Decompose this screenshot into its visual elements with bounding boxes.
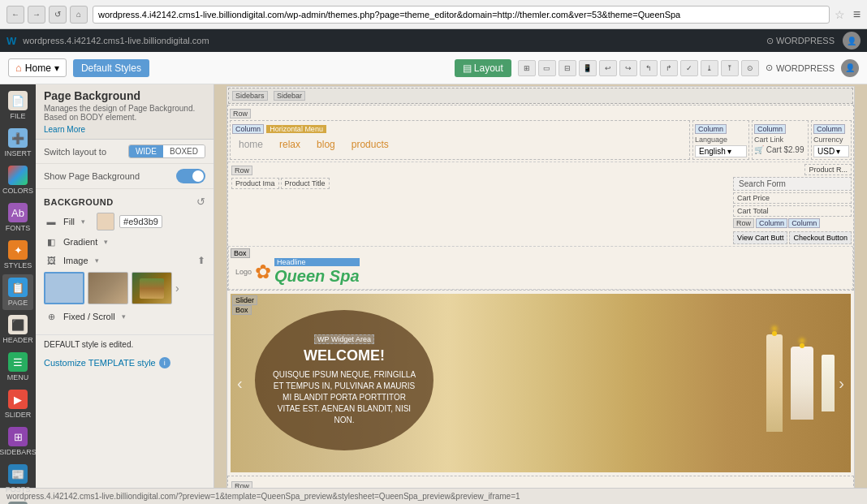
url-bar[interactable] xyxy=(93,6,830,24)
bookmark-icon[interactable]: ☆ xyxy=(835,8,845,21)
sidebar-item-menu[interactable]: ☰ MENU xyxy=(2,349,33,385)
services-section: Row Column WP Widget Area hot stones Col… xyxy=(227,476,854,488)
color-swatch[interactable] xyxy=(97,213,114,230)
layout-button[interactable]: ▤ Layout xyxy=(455,59,511,77)
menu-icon: ☰ xyxy=(8,352,28,372)
sidebar-item-sidebars[interactable]: ⊞ SIDEBARS xyxy=(2,424,33,459)
preview-blue[interactable] xyxy=(44,272,84,304)
layout-icon-6[interactable]: ↪ xyxy=(619,60,637,76)
col-product-right[interactable]: Product R... xyxy=(804,164,852,175)
currency-select[interactable]: USD ▾ xyxy=(813,145,849,157)
sidebar-item-insert[interactable]: ➕ INSERT xyxy=(2,125,33,161)
gradient-label[interactable]: Gradient xyxy=(63,237,97,247)
wp-site-name: wordpress.4.i42142.cms1-live.billiondigi… xyxy=(23,36,209,45)
language-select[interactable]: English ▾ xyxy=(695,145,747,157)
horiz-menu-column[interactable]: Column Horizontal Menu home relax blog p… xyxy=(230,120,690,160)
layout-icons-group: ⊞ ▭ ⊟ 📱 ↩ ↪ ↰ ↱ ✓ ⤓ ⤒ ⊙ xyxy=(518,60,759,76)
default-edited-text: DEFAULT style is edited. xyxy=(36,334,214,354)
cart-total-box[interactable]: Cart Total xyxy=(733,205,852,217)
slider-next-button[interactable]: › xyxy=(839,374,844,393)
column-tag-cart: Column xyxy=(754,124,786,134)
preview-brown[interactable] xyxy=(88,272,128,304)
layout-icon-12[interactable]: ⊙ xyxy=(741,60,759,76)
layout-icon-8[interactable]: ↱ xyxy=(660,60,678,76)
row-tag-nav: Row xyxy=(230,109,251,118)
user-avatar-header[interactable]: 👤 xyxy=(841,59,859,77)
headline-tag: Headline Queen Spa xyxy=(274,258,359,286)
sidebar-item-page-label: PAGE xyxy=(8,299,28,307)
layout-icon-4[interactable]: 📱 xyxy=(579,60,597,76)
sidebar-item-fonts-label: FONTS xyxy=(6,224,31,232)
learn-more-link[interactable]: Learn More xyxy=(44,125,205,134)
sidebar-item-file-label: FILE xyxy=(10,112,25,120)
cart-button[interactable]: 🛒 Cart $2.99 xyxy=(754,145,806,154)
slider-prev-button[interactable]: ‹ xyxy=(237,374,243,393)
checkout-button[interactable]: Checkout Button xyxy=(789,231,852,244)
back-button[interactable]: ← xyxy=(6,6,24,24)
sidebar-item-styles[interactable]: ✦ STYLES xyxy=(2,237,33,273)
currency-dropdown-icon: ▾ xyxy=(836,147,840,156)
sidebar-item-file[interactable]: 📄 FILE xyxy=(2,88,33,123)
layout-icon-1[interactable]: ⊞ xyxy=(518,60,536,76)
sidebar-item-page[interactable]: 📋 PAGE xyxy=(2,274,33,310)
fill-label[interactable]: Fill xyxy=(63,217,75,226)
image-upload-icon[interactable]: ⬆ xyxy=(197,255,205,266)
refresh-button[interactable]: ↺ xyxy=(49,6,67,24)
view-cart-button[interactable]: View Cart Butt xyxy=(733,231,787,244)
chevron-right-icon[interactable]: › xyxy=(175,272,179,304)
layout-icon-10[interactable]: ⤓ xyxy=(701,60,718,76)
search-form-box[interactable]: Search Form xyxy=(733,177,852,191)
sidebar-item-header[interactable]: ⬛ HEADER xyxy=(2,312,33,347)
fixed-scroll-label[interactable]: Fixed / Scroll xyxy=(63,312,115,321)
horiz-menu-tag: Horizontal Menu xyxy=(266,125,326,133)
layout-icon-3[interactable]: ⊟ xyxy=(559,60,576,76)
layout-icon-2[interactable]: ▭ xyxy=(538,60,556,76)
dropdown-chevron-icon: ▾ xyxy=(54,62,59,74)
nav-products[interactable]: products xyxy=(352,139,389,150)
browser-bar: ← → ↺ ⌂ ☆ ≡ xyxy=(0,0,867,29)
col-product-img[interactable]: Product Ima xyxy=(231,178,279,189)
currency-column[interactable]: Column Currency USD ▾ xyxy=(811,120,852,160)
layout-icon-5[interactable]: ↩ xyxy=(599,60,617,76)
hero-slider: Slider WP Widget Area WELCOME! xyxy=(231,294,851,472)
browser-menu-icon[interactable]: ≡ xyxy=(853,7,861,22)
sidebar-item-colors[interactable]: COLORS xyxy=(2,162,33,198)
layout-icon-11[interactable]: ⤒ xyxy=(721,60,739,76)
user-avatar[interactable]: 👤 xyxy=(843,32,861,50)
nav-blog[interactable]: blog xyxy=(317,139,335,150)
nav-relax[interactable]: relax xyxy=(279,139,300,150)
nav-home[interactable]: home xyxy=(239,139,263,150)
home-browser-button[interactable]: ⌂ xyxy=(70,6,88,24)
currency-label: Currency xyxy=(813,136,849,144)
cart-link-label: Cart Link xyxy=(754,136,806,144)
language-column[interactable]: Column Language English ▾ xyxy=(692,120,749,160)
cart-price-box[interactable]: Cart Price xyxy=(733,192,852,204)
cart-link-column[interactable]: Column Cart Link 🛒 Cart $2.99 xyxy=(752,120,809,160)
color-hex-value[interactable]: #e9d3b9 xyxy=(119,215,162,228)
wordpress-admin-button[interactable]: ⊙ WORDPRESS xyxy=(766,62,835,73)
show-bg-toggle[interactable] xyxy=(176,169,205,183)
preview-photo[interactable] xyxy=(132,272,172,304)
home-dropdown[interactable]: ⌂ Home ▾ xyxy=(8,58,67,77)
cart-row-tag: Row xyxy=(231,166,252,175)
customize-template-link[interactable]: Customize TEMPLATE style i xyxy=(36,354,214,372)
sidebar-item-slider[interactable]: ▶ SLIDER xyxy=(2,386,33,422)
left-sidebar: 📄 FILE ➕ INSERT COLORS Ab FONTS ✦ STYLES… xyxy=(0,84,36,488)
bg-refresh-icon[interactable]: ↺ xyxy=(196,196,205,208)
boxed-button[interactable]: BOXED xyxy=(163,145,205,157)
wide-button[interactable]: WIDE xyxy=(129,145,163,157)
panel-title: Page Background xyxy=(44,89,205,102)
wordpress-label: ⊙ WORDPRESS xyxy=(766,36,835,46)
gradient-arrow-icon: ▾ xyxy=(104,238,108,246)
image-label[interactable]: Image xyxy=(63,256,88,265)
posts-icon: 📰 xyxy=(8,464,28,484)
default-styles-button[interactable]: Default Styles xyxy=(73,59,149,77)
forward-button[interactable]: → xyxy=(28,6,45,24)
layout-icon-9[interactable]: ✓ xyxy=(680,60,698,76)
status-url: wordpress.4.i42142.cms1-live.billiondigi… xyxy=(6,492,520,501)
sidebar-item-fonts[interactable]: Ab FONTS xyxy=(2,200,33,235)
styles-icon: ✦ xyxy=(8,240,28,260)
layout-icon-7[interactable]: ↰ xyxy=(640,60,658,76)
layout-toggle-group[interactable]: WIDE BOXED xyxy=(128,144,205,158)
col-product-title[interactable]: Product Title xyxy=(281,178,330,189)
